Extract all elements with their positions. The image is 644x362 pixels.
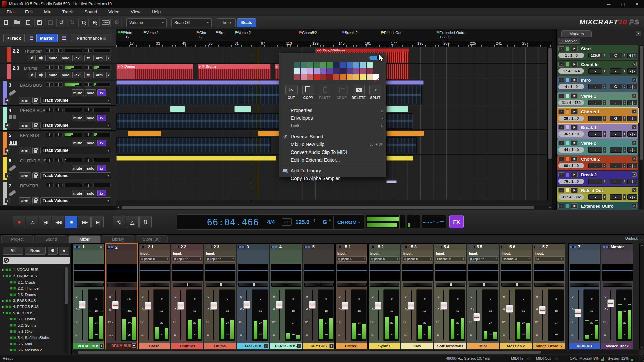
- fader-cap[interactable]: [539, 306, 546, 314]
- channel-expand-button[interactable]: +: [264, 344, 268, 348]
- menu-item-convert-audio-clip-to-midi[interactable]: Convert Audio Clip To MIDI: [279, 148, 387, 156]
- fast-forward-button[interactable]: ▶▶: [78, 216, 91, 228]
- channel-icon[interactable]: [501, 246, 504, 248]
- tempo-spinner-icon[interactable]: ▲▼: [603, 194, 606, 200]
- tree-item-3-bass-bus[interactable]: ▶3. BASS BUS: [0, 298, 63, 304]
- channel-name-label[interactable]: Master Track: [601, 343, 633, 349]
- mixer-horizontal-scrollbar[interactable]: ‹: [72, 350, 639, 354]
- fader-track[interactable]: [509, 290, 510, 340]
- menu-sound[interactable]: Sound: [80, 8, 102, 15]
- mixer-channel-2[interactable]: 20 -6 -12 -∞ -9182736DRUM BUS−: [105, 243, 138, 349]
- channel-eq-display[interactable]: [107, 264, 137, 282]
- key-readout[interactable]: G: [323, 219, 327, 226]
- track-checkbox-icon[interactable]: [5, 299, 8, 302]
- marker-color-chip[interactable]: [566, 172, 569, 177]
- track-checkbox-icon-2[interactable]: [13, 343, 16, 345]
- marker-tempo-value[interactable]: -: [588, 116, 602, 121]
- track-checkbox-icon-2[interactable]: [13, 293, 16, 296]
- channel-eq-display[interactable]: [140, 264, 170, 281]
- key-spinner-icon[interactable]: ▲▼: [623, 100, 626, 105]
- channel-icon[interactable]: [469, 246, 471, 248]
- color-swatch[interactable]: [301, 68, 307, 74]
- channel-expand-button[interactable]: +: [329, 344, 334, 348]
- marker-timesig-value[interactable]: - | -: [627, 68, 637, 74]
- marker-expand-icon[interactable]: ›: [558, 172, 564, 177]
- marker-timesig-value[interactable]: - | -: [627, 194, 637, 200]
- channel-input-dropdown[interactable]: (L)Input 1/▾: [337, 256, 367, 262]
- track-checkbox-icon-2[interactable]: [9, 275, 11, 277]
- channel-pan-slider[interactable]: [173, 283, 202, 287]
- channel-input-dropdown[interactable]: (L)Input 1/▾: [370, 256, 399, 262]
- marker-delete-icon[interactable]: ✕: [632, 141, 637, 145]
- mixer-channel-3[interactable]: 30 -6 -12 -∞ -9182736BASS BUS+: [237, 243, 269, 349]
- marker-delete-icon[interactable]: ✕: [632, 172, 637, 177]
- marker-color-chip[interactable]: [566, 62, 569, 67]
- track-checkbox-icon-2[interactable]: [9, 268, 11, 271]
- time-mode-button[interactable]: Time: [217, 18, 236, 27]
- track-automation-dropdown[interactable]: Track Volume▾: [40, 172, 111, 179]
- channel-name-label[interactable]: Crash: [139, 343, 170, 349]
- flag-icon[interactable]: ⚑: [571, 46, 578, 51]
- punch-button[interactable]: ∧: [26, 216, 38, 228]
- menu-item-mix-to-new-clip[interactable]: Mix To New Clipctrl + W: [279, 141, 387, 148]
- menu-item-edit-in-external-editor-[interactable]: Edit In External Editor...: [279, 156, 387, 164]
- flag-icon[interactable]: ⚑: [571, 140, 578, 146]
- color-swatch[interactable]: [347, 68, 353, 74]
- color-swatch[interactable]: [347, 62, 353, 68]
- audio-clip-waveform[interactable]: [386, 86, 422, 104]
- color-swatch[interactable]: [327, 62, 333, 68]
- menu-item-reverse-sound[interactable]: ↺Reverse Sound: [279, 133, 387, 140]
- marker-delete-icon[interactable]: ✕: [632, 188, 637, 192]
- track-volume-slider[interactable]: [46, 108, 54, 112]
- channel-icon[interactable]: [304, 246, 307, 248]
- marker-key-value[interactable]: -: [610, 68, 622, 74]
- track-row-key-bus[interactable]: 5KEY BUSmutesolofx+armTrack Volume▾: [0, 131, 116, 156]
- master-track-button[interactable]: Master: [36, 34, 58, 42]
- track-row-guitar-bus[interactable]: 6GUITAR BUSmutesolofx+armTrack Volume▾: [0, 156, 116, 181]
- channel-name-label[interactable]: BASS BUS+: [237, 343, 269, 349]
- beats-mode-button[interactable]: Beats: [237, 18, 256, 27]
- channel-icon-2[interactable]: [606, 246, 609, 248]
- mixer-channel-2.1[interactable]: 2.1Input:(L)Input 1/▾0 -6 -12 -∞ -918273…: [138, 243, 170, 349]
- marker-key-value[interactable]: C: [610, 53, 622, 58]
- timeline-vertical-scrollbar[interactable]: [547, 47, 552, 200]
- time-signature[interactable]: 4/4: [267, 219, 275, 226]
- mixer-channel-5.7[interactable]: 5.7Input:All▾0 -6 -12 -∞ -9182736Lounge …: [533, 243, 565, 349]
- arm-button[interactable]: arm: [19, 97, 31, 104]
- arm-dropdown-icon[interactable]: ▾: [106, 55, 111, 61]
- close-button[interactable]: ✕: [630, 0, 644, 8]
- tempo-spinner-icon[interactable]: ▲▼: [603, 100, 606, 105]
- midi-icon[interactable]: miDi: [101, 18, 111, 27]
- channel-name-label[interactable]: SoftHornStabs: [434, 343, 466, 349]
- fader-cap[interactable]: [342, 302, 348, 310]
- audio-clip[interactable]: [128, 131, 161, 136]
- import-audio-icon[interactable]: ♪: [23, 18, 33, 27]
- fx-button[interactable]: fx: [97, 165, 106, 171]
- mixer-channel-5.2[interactable]: 5.2Input:(L)Input 1/▾0 -6 -12 -∞ -918273…: [368, 243, 400, 349]
- color-swatch[interactable]: [320, 68, 326, 74]
- fader-cap[interactable]: [375, 302, 381, 310]
- new-project-icon[interactable]: [1, 18, 11, 27]
- channel-name-label[interactable]: VOCAL BUS+: [73, 343, 104, 349]
- channel-icon-2[interactable]: [505, 246, 507, 248]
- channel-icon[interactable]: [74, 246, 77, 248]
- channel-name-label[interactable]: REVERB: [569, 343, 600, 349]
- track-pan-slider[interactable]: [55, 158, 63, 162]
- flag-icon[interactable]: ⚑: [571, 62, 578, 67]
- marker-timesig-value[interactable]: - | -: [627, 147, 637, 153]
- fader-cap[interactable]: [145, 302, 151, 310]
- automation-button[interactable]: [72, 72, 83, 78]
- arm-button[interactable]: arm: [19, 147, 31, 154]
- track-pan-slider[interactable]: [55, 133, 63, 137]
- arm-button[interactable]: arm: [93, 72, 105, 78]
- track-trim-slider[interactable]: [84, 82, 92, 87]
- color-swatch[interactable]: [360, 68, 366, 74]
- lock-button[interactable]: [32, 172, 39, 179]
- track-checkbox-icon-2[interactable]: [13, 336, 16, 339]
- tempo-spinner-icon[interactable]: ▲▼: [603, 163, 606, 168]
- track-volume-slider[interactable]: [46, 183, 54, 187]
- mixer-channel-5.4[interactable]: 5.4Input:Channel 2▾0 -6 -12 -∞ -9182736S…: [434, 243, 466, 349]
- track-checkbox-icon[interactable]: [10, 324, 13, 327]
- channel-pan-slider[interactable]: [570, 283, 599, 287]
- track-checkbox-icon[interactable]: [10, 293, 13, 296]
